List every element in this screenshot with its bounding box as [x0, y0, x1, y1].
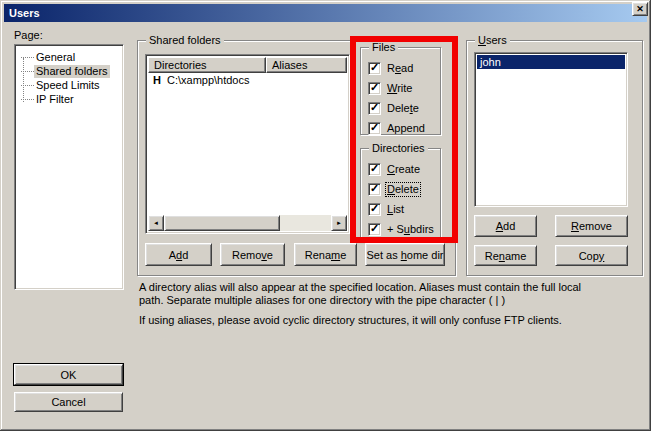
column-header-aliases[interactable]: Aliases — [266, 57, 347, 73]
sidebar-item-general[interactable]: General — [15, 50, 123, 64]
checkbox-label: Write — [386, 82, 413, 95]
button-label: Remove — [232, 249, 273, 261]
checkbox-label: Read — [386, 62, 414, 75]
button-label: Add — [496, 220, 516, 232]
cancel-button[interactable]: Cancel — [14, 392, 123, 412]
directories-legend: Directories — [369, 142, 428, 155]
page-tree: General Shared folders Speed Limits IP F… — [14, 44, 124, 290]
checkbox-label: Create — [386, 163, 421, 176]
listview-header: Directories Aliases — [148, 57, 347, 73]
scroll-left-icon: ◄ — [153, 220, 159, 226]
checkbox-files-read[interactable]: ✓ Read — [368, 61, 440, 75]
horizontal-scrollbar[interactable]: ◄ ► — [148, 215, 347, 231]
add-directory-button[interactable]: Add — [145, 243, 212, 266]
checkbox-dirs-subdirs[interactable]: ✓ + Subdirs — [368, 222, 440, 236]
checkbox-dirs-create[interactable]: ✓ Create — [368, 162, 440, 176]
button-label: Add — [169, 249, 189, 261]
remove-directory-button[interactable]: Remove — [220, 243, 285, 266]
close-icon: ✕ — [636, 5, 644, 14]
checkbox-label: Delete — [386, 102, 420, 115]
tree-connector — [21, 57, 34, 58]
sidebar-item-speed-limits[interactable]: Speed Limits — [15, 78, 123, 92]
directory-row[interactable]: H C:\xampp\htdocs — [148, 73, 347, 87]
column-header-directories[interactable]: Directories — [148, 57, 266, 73]
close-button[interactable]: ✕ — [632, 2, 648, 16]
shared-folders-legend: Shared folders — [146, 34, 224, 47]
checkbox-label: + Subdirs — [386, 223, 435, 236]
checkbox-icon: ✓ — [368, 102, 381, 115]
button-label: Rename — [485, 250, 527, 262]
titlebar[interactable]: Users — [4, 4, 647, 22]
button-label: Set as home dir — [366, 249, 443, 261]
checkbox-label: Delete — [386, 183, 420, 196]
rename-user-button[interactable]: Rename — [474, 245, 537, 266]
files-permissions-group: Files ✓ Read ✓ Write ✓ Delete ✓ Append — [360, 47, 441, 135]
scroll-left-button[interactable]: ◄ — [148, 215, 164, 231]
users-dialog: Users ✕ Page: General Shared folders Spe… — [0, 0, 651, 431]
help-line: path. Separate multiple aliases for one … — [139, 294, 647, 307]
scroll-right-button[interactable]: ► — [331, 215, 347, 231]
checkbox-dirs-list[interactable]: ✓ List — [368, 202, 440, 216]
directory-path: C:\xampp\htdocs — [167, 74, 250, 86]
remove-user-button[interactable]: Remove — [555, 215, 628, 237]
checkbox-icon: ✓ — [368, 203, 381, 216]
sidebar-item-label: Shared folders — [34, 65, 110, 78]
help-line: If using aliases, please avoid cyclic di… — [139, 314, 647, 327]
sidebar-item-label: Speed Limits — [34, 79, 102, 92]
checkbox-files-append[interactable]: ✓ Append — [368, 121, 440, 135]
user-list-item[interactable]: john — [477, 55, 625, 69]
help-line: A directory alias will also appear at th… — [139, 281, 647, 294]
scrollbar-track[interactable] — [280, 215, 331, 231]
scrollbar-thumb[interactable] — [164, 215, 280, 231]
checkbox-icon: ✓ — [368, 223, 381, 236]
home-flag: H — [153, 74, 161, 86]
checkbox-dirs-delete[interactable]: ✓ Delete — [368, 182, 440, 196]
button-label: OK — [61, 369, 77, 381]
alias-help-text: A directory alias will also appear at th… — [139, 281, 647, 327]
ok-button[interactable]: OK — [14, 364, 123, 385]
checkbox-icon: ✓ — [368, 183, 381, 196]
users-list: john — [474, 52, 628, 207]
listview-rows: H C:\xampp\htdocs — [148, 73, 347, 215]
files-legend: Files — [369, 41, 398, 54]
directories-listview: Directories Aliases H C:\xampp\htdocs ◄ … — [145, 54, 350, 234]
button-label: Cancel — [51, 396, 85, 408]
checkbox-files-delete[interactable]: ✓ Delete — [368, 101, 440, 115]
checkbox-files-write[interactable]: ✓ Write — [368, 81, 440, 95]
page-label: Page: — [14, 29, 43, 41]
checkbox-icon: ✓ — [368, 82, 381, 95]
add-user-button[interactable]: Add — [474, 215, 537, 237]
set-as-home-dir-button[interactable]: Set as home dir — [365, 243, 445, 266]
sidebar-item-ip-filter[interactable]: IP Filter — [15, 92, 123, 106]
sidebar-item-shared-folders[interactable]: Shared folders — [15, 64, 123, 78]
button-label: Copy — [579, 250, 605, 262]
checkbox-icon: ✓ — [368, 122, 381, 135]
users-legend: Users — [475, 34, 510, 47]
tree-connector — [21, 99, 34, 100]
rename-directory-button[interactable]: Rename — [294, 243, 357, 266]
checkbox-icon: ✓ — [368, 163, 381, 176]
sidebar-item-label: IP Filter — [34, 93, 76, 106]
button-label: Remove — [571, 220, 612, 232]
checkbox-label: List — [386, 203, 405, 216]
window-title: Users — [9, 7, 40, 19]
button-label: Rename — [305, 249, 347, 261]
tree-connector — [21, 71, 34, 72]
sidebar-item-label: General — [34, 51, 77, 64]
scroll-right-icon: ► — [336, 220, 342, 226]
checkbox-label: Append — [386, 122, 426, 135]
tree-connector — [21, 85, 34, 86]
checkbox-icon: ✓ — [368, 62, 381, 75]
directories-permissions-group: Directories ✓ Create ✓ Delete ✓ List ✓ +… — [360, 148, 441, 239]
copy-user-button[interactable]: Copy — [555, 245, 628, 266]
